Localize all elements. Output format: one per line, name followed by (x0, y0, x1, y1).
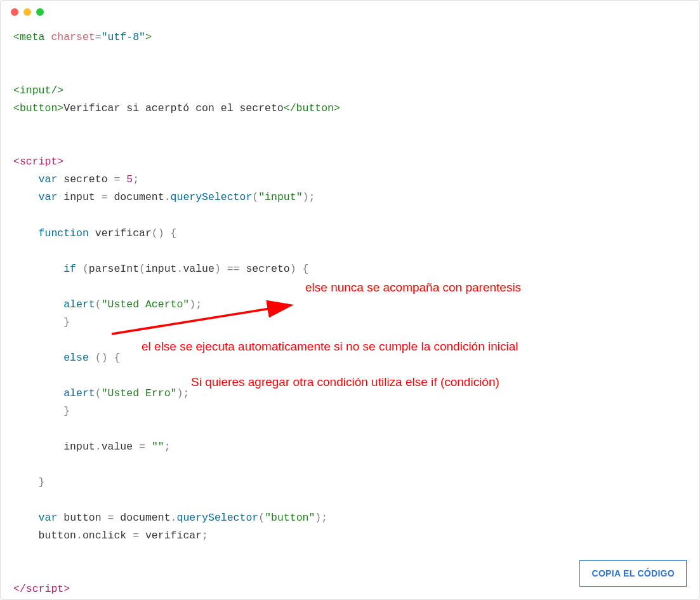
annotation-text-3: Si quieres agregar otra condición utiliz… (191, 375, 499, 390)
window-maximize-dot[interactable] (36, 8, 44, 16)
code-token: button (39, 530, 76, 542)
code-token: var (39, 191, 58, 203)
code-token: ) (215, 263, 221, 275)
code-token: ; (164, 441, 171, 453)
code-token: <input/> (13, 84, 63, 97)
annotation-text-2: el else se ejecuta automaticamente si no… (142, 340, 518, 354)
code-token: . (164, 191, 171, 203)
code-token: input (145, 263, 177, 275)
code-token: ( (95, 387, 102, 399)
code-token: ; (308, 191, 315, 203)
code-token: ; (133, 173, 139, 185)
window-minimize-dot[interactable] (23, 8, 31, 16)
code-token: ( (95, 298, 102, 310)
code-token: "input" (258, 191, 302, 203)
code-token: onclick (83, 530, 133, 542)
code-token: ; (202, 530, 208, 542)
code-token: } (39, 476, 45, 488)
code-token: == (221, 263, 246, 275)
code-token: Verificar si acerptó con el secreto (63, 102, 284, 114)
code-token: </button> (284, 102, 340, 114)
code-token: ) (315, 512, 321, 524)
code-token: = (114, 173, 126, 185)
code-token: = (102, 191, 114, 203)
code-token: input (57, 191, 101, 203)
code-token: var (39, 173, 58, 185)
code-token: <script> (13, 156, 63, 168)
code-token: var (39, 512, 58, 524)
code-token: . (95, 441, 102, 453)
code-token: if (63, 263, 76, 275)
code-token: document (120, 512, 170, 524)
code-token: ) { (290, 263, 309, 275)
code-token: ) (176, 387, 183, 399)
code-token: = (133, 530, 145, 542)
code-token: ( (76, 263, 89, 275)
code-token: charset (45, 31, 95, 43)
code-token: } (63, 405, 70, 417)
code-token: verificar (145, 530, 202, 542)
code-token: </script> (13, 583, 70, 595)
code-token: . (76, 530, 83, 542)
copy-code-button[interactable]: COPIA EL CÓDIGO (579, 560, 687, 587)
code-token: () (152, 227, 164, 239)
code-token: querySelector (171, 191, 253, 203)
code-token: <button> (13, 102, 63, 114)
code-token: = (108, 512, 121, 524)
code-token: 5 (126, 173, 133, 185)
code-token: document (114, 191, 164, 203)
code-token: alert (63, 298, 95, 310)
code-token: verificar (89, 227, 152, 239)
code-token: parseInt (89, 263, 139, 275)
code-token: querySelector (176, 512, 258, 524)
code-token: ( (252, 191, 258, 203)
code-token: value (102, 441, 139, 453)
code-token: secreto (57, 173, 114, 185)
annotation-text-1: else nunca se acompaña con parentesis (305, 281, 521, 295)
code-token: . (176, 263, 183, 275)
code-token: = (139, 441, 152, 453)
code-token: "" (152, 441, 164, 453)
code-token: <meta (13, 31, 45, 43)
code-token: ; (321, 512, 327, 524)
code-token: secreto (246, 263, 289, 275)
code-token: alert (63, 387, 95, 399)
code-token: "utf-8" (102, 31, 145, 43)
code-token: "button" (265, 512, 315, 524)
titlebar (1, 1, 699, 23)
code-token: { (164, 227, 177, 239)
code-token: ) (303, 191, 309, 203)
code-token: "Usted Erro" (102, 387, 177, 399)
code-token: function (39, 227, 89, 239)
code-token: = (95, 31, 102, 43)
code-token: "Usted Acerto" (102, 298, 190, 310)
code-token: > (145, 31, 152, 43)
code-block: <meta charset="utf-8"> <input/> <button>… (1, 23, 699, 600)
code-window: <meta charset="utf-8"> <input/> <button>… (0, 0, 700, 600)
code-token: ; (183, 387, 189, 399)
code-token: ( (258, 512, 265, 524)
code-token: input (63, 441, 95, 453)
code-token: () { (89, 352, 121, 364)
code-token: ( (139, 263, 145, 275)
code-token: button (57, 512, 107, 524)
code-token: } (63, 316, 70, 328)
code-token: . (171, 512, 177, 524)
code-token: ) (189, 298, 195, 310)
code-token: value (183, 263, 215, 275)
window-close-dot[interactable] (11, 8, 18, 16)
code-token: else (63, 352, 89, 364)
code-token: ; (195, 298, 202, 310)
